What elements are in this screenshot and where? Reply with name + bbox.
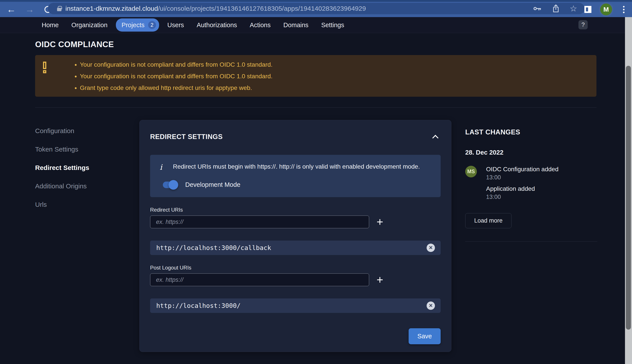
collapse-chevron-icon[interactable] [432, 135, 438, 141]
toggle-thumb [169, 180, 178, 190]
post-logout-uri-chip: http://localhost:3000/ ✕ [150, 298, 441, 313]
sidebar-item-additional-origins[interactable]: Additional Origins [35, 182, 127, 190]
password-key-icon[interactable] [533, 4, 542, 12]
remove-post-logout-uri-icon[interactable]: ✕ [427, 302, 435, 310]
info-text: Redirect URIs must begin with https://. … [173, 163, 420, 170]
page-title: OIDC COMPLIANCE [35, 40, 114, 49]
last-changes-title: LAST CHANGES [465, 128, 597, 136]
scrollbar-thumb[interactable] [626, 66, 631, 330]
info-icon: i [159, 163, 173, 172]
zitadel-console-screen: ← → instance1-dkmnzw.zitadel.cloud/ui/co… [0, 0, 632, 364]
browser-top-strip [0, 0, 632, 2]
card-title: REDIRECT SETTINGS [150, 133, 223, 141]
add-post-logout-uri-icon[interactable]: + [377, 274, 383, 286]
dev-mode-info-panel: i Redirect URIs must begin with https://… [150, 155, 441, 197]
change-time: 13:00 [486, 194, 535, 200]
compliance-warning-box: Your configuration is not compliant and … [35, 55, 596, 97]
nav-tab-domains[interactable]: Domains [279, 19, 313, 31]
post-logout-uri-value: http://localhost:3000/ [156, 302, 240, 310]
padlock-icon[interactable] [57, 8, 62, 11]
development-mode-toggle[interactable] [163, 182, 177, 188]
browser-forward-icon[interactable]: → [25, 5, 34, 14]
share-icon[interactable] [552, 4, 560, 13]
warning-exclamation-icon [43, 61, 72, 90]
redirect-uri-input[interactable] [150, 216, 369, 228]
url-host: instance1-dkmnzw.zitadel.cloud [65, 5, 158, 12]
load-more-button[interactable]: Load more [465, 213, 511, 228]
warning-item: Your configuration is not compliant and … [80, 73, 272, 80]
warning-item: Your configuration is not compliant and … [80, 61, 272, 68]
change-time: 13:00 [486, 174, 558, 181]
redirect-uri-chip: http://localhost:3000/callback ✕ [150, 240, 441, 255]
post-logout-uri-input[interactable] [150, 274, 369, 286]
side-panel-icon[interactable] [584, 6, 591, 13]
browser-menu-icon[interactable] [623, 9, 624, 10]
change-entry: MS OIDC Configuration added 13:00 [465, 166, 597, 181]
change-title: OIDC Configuration added [486, 166, 558, 173]
nav-tab-settings[interactable]: Settings [317, 19, 349, 31]
nav-tab-home[interactable]: Home [37, 19, 63, 31]
add-redirect-uri-icon[interactable]: + [377, 216, 383, 228]
nav-tab-authorizations[interactable]: Authorizations [192, 19, 241, 31]
sidebar-item-urls[interactable]: Urls [35, 201, 127, 208]
changes-divider [465, 242, 597, 242]
remove-redirect-uri-icon[interactable]: ✕ [427, 244, 435, 252]
nav-tab-organization[interactable]: Organization [67, 19, 112, 31]
sidebar-item-configuration[interactable]: Configuration [35, 127, 127, 135]
projects-count-badge: 2 [148, 21, 156, 29]
url-bar[interactable]: instance1-dkmnzw.zitadel.cloud/ui/consol… [48, 3, 585, 14]
help-button[interactable]: ? [578, 20, 588, 30]
last-changes-panel: LAST CHANGES 28. Dec 2022 MS OIDC Config… [465, 128, 597, 242]
sidebar-item-redirect-settings[interactable]: Redirect Settings [35, 164, 127, 172]
redirect-uri-value: http://localhost:3000/callback [156, 244, 271, 252]
nav-tab-actions[interactable]: Actions [245, 19, 275, 31]
redirect-uris-label: Redirect URIs [150, 207, 441, 213]
nav-tab-projects[interactable]: Projects2 [116, 18, 159, 32]
post-logout-uris-label: Post Logout URIs [150, 265, 441, 271]
warning-list: Your configuration is not compliant and … [80, 61, 272, 90]
nav-tab-projects-label: Projects [122, 22, 145, 29]
save-button[interactable]: Save [409, 328, 441, 344]
url-text: instance1-dkmnzw.zitadel.cloud/ui/consol… [65, 5, 533, 12]
browser-toolbar: ← → instance1-dkmnzw.zitadel.cloud/ui/co… [0, 0, 632, 17]
browser-back-icon[interactable]: ← [7, 5, 16, 14]
development-mode-label: Development Mode [185, 181, 240, 188]
redirect-settings-card: REDIRECT SETTINGS i Redirect URIs must b… [139, 120, 451, 352]
sidebar-item-token-settings[interactable]: Token Settings [35, 146, 127, 153]
bookmark-star-icon[interactable]: ☆ [570, 4, 577, 13]
change-title: Application added [486, 185, 535, 192]
browser-profile-avatar[interactable]: M [600, 4, 612, 15]
change-entry: Application added 13:00 [465, 185, 597, 200]
user-avatar: MS [465, 166, 477, 178]
changes-date: 28. Dec 2022 [465, 149, 597, 156]
section-divider [35, 108, 596, 108]
warning-item: Grant type code only allowed http redire… [80, 84, 272, 92]
url-path: /ui/console/projects/194136146127618305/… [158, 5, 366, 12]
settings-sidebar: Configuration Token Settings Redirect Se… [35, 127, 127, 219]
app-nav-bar: Home Organization Projects2 Users Author… [0, 17, 625, 33]
page-scrollbar[interactable] [625, 17, 632, 364]
avatar-spacer [465, 185, 486, 200]
nav-tab-users[interactable]: Users [163, 19, 188, 31]
